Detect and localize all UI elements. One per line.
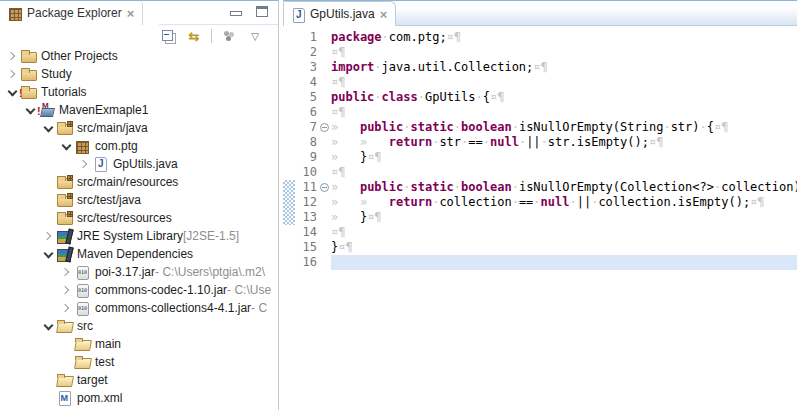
code-line[interactable]: » public·static·boolean·isNullOrEmpty(St… xyxy=(331,120,797,135)
expand-arrow-icon[interactable] xyxy=(58,282,74,298)
code-line[interactable]: ¤¶ xyxy=(331,105,797,120)
fold-collapse-icon[interactable] xyxy=(320,123,329,132)
whitespace-token: · xyxy=(403,120,410,134)
tree-item-src-main-java[interactable]: src/main/java xyxy=(0,119,278,137)
collapse-arrow-icon[interactable] xyxy=(22,102,38,118)
tree-item-target[interactable]: target xyxy=(0,371,278,389)
code-line[interactable]: » » return·collection·==·null·||·collect… xyxy=(331,195,797,210)
tree-item-jre-system-library[interactable]: JRE System Library [J2SE-1.5] xyxy=(0,227,278,245)
folding-ruler[interactable] xyxy=(317,27,331,410)
tree-item-label: Maven Dependencies xyxy=(77,247,193,261)
code-line[interactable]: » }¤¶ xyxy=(331,150,797,165)
code-line[interactable]: }¤¶ xyxy=(331,240,797,255)
code-line[interactable]: import·java.util.Collection;¤¶ xyxy=(331,60,797,75)
tree-item-commons-collections4-4-1-jar[interactable]: commons-collections4-4.1.jar - C xyxy=(0,299,278,317)
code-token: || xyxy=(577,195,591,209)
code-line[interactable]: » }¤¶ xyxy=(331,210,797,225)
tree-item-test[interactable]: test xyxy=(0,353,278,371)
line-number[interactable]: 7 xyxy=(295,120,317,135)
line-number[interactable]: 15 xyxy=(295,240,317,255)
line-number[interactable]: 9 xyxy=(295,150,317,165)
tree-item-label: MavenExmaple1 xyxy=(59,103,148,117)
line-number[interactable]: 1 xyxy=(295,30,317,45)
fold-collapse-icon[interactable] xyxy=(320,183,329,192)
maximize-icon[interactable] xyxy=(256,6,268,17)
tree-item-commons-codec-1-10-jar[interactable]: commons-codec-1.10.jar - C:\Use xyxy=(0,281,278,299)
tree-item-src-test-java[interactable]: src/test/java xyxy=(0,191,278,209)
code-line[interactable]: ¤¶ xyxy=(331,45,797,60)
line-number[interactable]: 4 xyxy=(295,75,317,90)
expand-arrow-icon[interactable] xyxy=(4,48,20,64)
view-menu-button[interactable] xyxy=(246,28,264,44)
line-number[interactable]: 11 xyxy=(295,180,317,195)
code-line[interactable]: ¤¶ xyxy=(331,75,797,90)
code-line[interactable] xyxy=(331,255,797,270)
line-number-ruler[interactable]: 12345678910111213141516 xyxy=(295,27,317,410)
focus-on-active-task-button[interactable] xyxy=(220,28,238,44)
line-number[interactable]: 16 xyxy=(295,255,317,270)
code-line[interactable]: public·class·GpUtils·{¤¶ xyxy=(331,90,797,105)
whitespace-token: ¤¶ xyxy=(750,195,764,209)
whitespace-token: · xyxy=(403,180,410,194)
collapse-arrow-icon[interactable] xyxy=(58,138,74,154)
code-area[interactable]: package·com.ptg;¤¶¤¶import·java.util.Col… xyxy=(331,27,797,410)
tree-item-src-main-resources[interactable]: src/main/resources xyxy=(0,173,278,191)
code-line[interactable]: » public·static·boolean·isNullOrEmpty(Co… xyxy=(331,180,797,195)
tree-item-main[interactable]: main xyxy=(0,335,278,353)
collapse-all-button[interactable] xyxy=(159,28,177,44)
minimize-icon[interactable] xyxy=(230,11,242,16)
line-number[interactable]: 3 xyxy=(295,60,317,75)
editor-area: GpUtils.java 12345678910111213141516 pac… xyxy=(283,0,797,410)
tree-item-label: GpUtils.java xyxy=(113,157,178,171)
tree-item-label: Study xyxy=(41,67,72,81)
collapse-arrow-icon[interactable] xyxy=(40,120,56,136)
line-number[interactable]: 2 xyxy=(295,45,317,60)
code-line[interactable]: package·com.ptg;¤¶ xyxy=(331,30,797,45)
tree-item-mavenexmaple1[interactable]: !MavenExmaple1 xyxy=(0,101,278,119)
line-number[interactable]: 5 xyxy=(295,90,317,105)
tab-gputils-java[interactable]: GpUtils.java xyxy=(283,1,396,26)
line-number[interactable]: 8 xyxy=(295,135,317,150)
expand-arrow-icon[interactable] xyxy=(40,228,56,244)
code-line[interactable]: ¤¶ xyxy=(331,165,797,180)
tree-item-src-test-resources[interactable]: src/test/resources xyxy=(0,209,278,227)
fold-ruler-row xyxy=(317,255,331,270)
source-folder-icon xyxy=(56,192,73,208)
tree-item-gputils-java[interactable]: GpUtils.java xyxy=(0,155,278,173)
collapse-arrow-icon[interactable] xyxy=(40,318,56,334)
close-icon[interactable] xyxy=(127,6,135,21)
whitespace-token: · xyxy=(512,180,519,194)
expand-arrow-icon[interactable] xyxy=(4,66,20,82)
expand-arrow-icon[interactable] xyxy=(76,156,92,172)
whitespace-token: · xyxy=(476,90,483,104)
tree-item-src[interactable]: src xyxy=(0,317,278,335)
tab-package-explorer[interactable]: Package Explorer xyxy=(0,1,143,25)
code-line[interactable]: » » return·str·==·null·||·str.isEmpty();… xyxy=(331,135,797,150)
tree-item-tutorials[interactable]: !Tutorials xyxy=(0,83,278,101)
tree-item-other-projects[interactable]: Other Projects xyxy=(0,47,278,65)
pom-icon xyxy=(56,390,73,406)
line-number[interactable]: 13 xyxy=(295,210,317,225)
collapse-arrow-icon[interactable] xyxy=(4,84,20,100)
whitespace-token: ¤¶ xyxy=(490,90,504,104)
line-number[interactable]: 10 xyxy=(295,165,317,180)
tree-item-maven-dependencies[interactable]: Maven Dependencies xyxy=(0,245,278,263)
tree-item-com-ptg[interactable]: com.ptg xyxy=(0,137,278,155)
expand-arrow-icon[interactable] xyxy=(58,300,74,316)
tree-item-poi-3-17-jar[interactable]: poi-3.17.jar - C:\Users\ptgia\.m2\ xyxy=(0,263,278,281)
link-with-editor-button[interactable] xyxy=(185,28,203,44)
tree-item-pom-xml[interactable]: pom.xml xyxy=(0,389,278,407)
expand-arrow-icon[interactable] xyxy=(58,264,74,280)
line-number[interactable]: 12 xyxy=(295,195,317,210)
keyword-token: null xyxy=(490,135,519,149)
code-line[interactable]: ¤¶ xyxy=(331,225,797,240)
close-icon[interactable] xyxy=(380,7,388,22)
annotation-ruler[interactable] xyxy=(283,27,295,410)
tree-item-study[interactable]: Study xyxy=(0,65,278,83)
whitespace-token: · xyxy=(454,120,461,134)
line-number[interactable]: 6 xyxy=(295,105,317,120)
tree-item-suffix: - C xyxy=(251,301,267,315)
collapse-arrow-icon[interactable] xyxy=(40,246,56,262)
tree-item-label: test xyxy=(95,355,114,369)
line-number[interactable]: 14 xyxy=(295,225,317,240)
